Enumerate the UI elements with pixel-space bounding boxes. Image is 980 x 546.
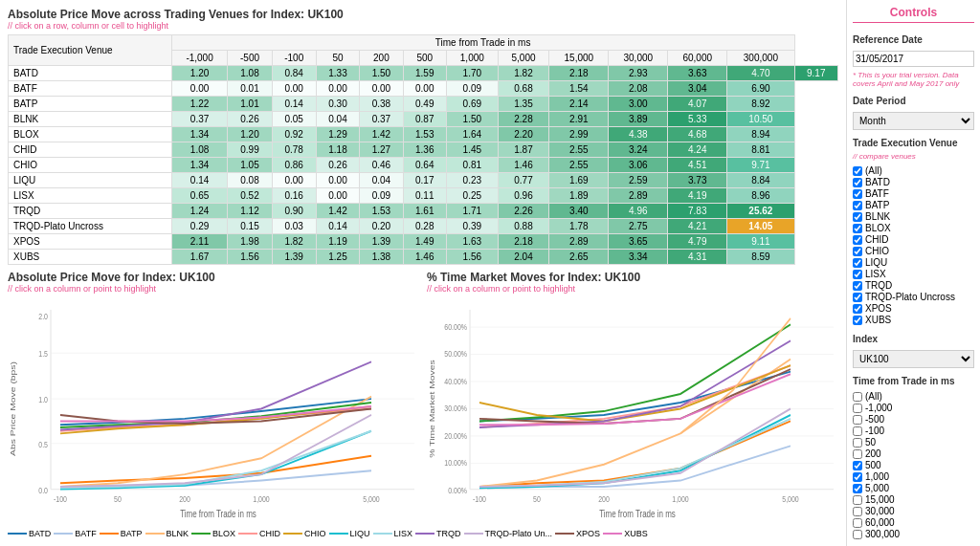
data-cell[interactable]: 7.83 [668,204,727,219]
venue-checkbox-chid[interactable]: CHID [853,234,974,245]
data-cell[interactable]: 1.38 [360,250,403,265]
data-cell[interactable]: 1.54 [549,81,609,97]
data-cell[interactable]: 0.87 [403,112,446,127]
time-checkbox-(All)[interactable]: (All) [853,391,974,402]
time-checkbox--500[interactable]: -500 [853,414,974,425]
data-cell[interactable]: 1.87 [498,142,549,158]
data-cell[interactable]: 0.52 [228,188,272,204]
data-cell[interactable]: 2.20 [498,127,549,142]
time-checkbox-500[interactable]: 500 [853,460,974,470]
data-cell[interactable]: 0.00 [272,173,316,188]
venue-checkbox-batp[interactable]: BATP [853,200,974,210]
data-cell[interactable]: 0.05 [272,112,316,127]
time-checkbox--100[interactable]: -100 [853,426,974,436]
data-cell[interactable]: 1.18 [316,142,359,158]
data-cell[interactable]: 1.27 [360,142,403,158]
data-cell[interactable]: 1.71 [446,204,498,219]
data-cell[interactable]: 1.45 [446,142,498,158]
venue-check[interactable] [853,304,862,314]
data-cell[interactable]: 0.14 [272,97,316,112]
data-cell[interactable]: 0.99 [228,142,272,158]
venue-checkbox-blox[interactable]: BLOX [853,223,974,233]
data-cell[interactable]: 0.86 [272,158,316,173]
data-cell[interactable]: 2.75 [609,219,668,234]
data-cell[interactable]: 1.29 [316,127,359,142]
data-cell[interactable]: 0.64 [403,158,446,173]
col-header-neg100[interactable]: -100 [272,51,316,66]
time-checkbox-200[interactable]: 200 [853,448,974,459]
data-cell[interactable]: 1.63 [446,234,498,250]
data-cell[interactable]: 1.34 [171,158,228,173]
table-row[interactable]: LIQU0.140.080.000.000.040.170.230.771.69… [9,173,838,188]
data-cell[interactable]: 2.99 [549,127,609,142]
data-cell[interactable]: 1.01 [228,97,272,112]
data-cell[interactable]: 1.46 [403,250,446,265]
col-header-1000[interactable]: 1,000 [446,51,498,66]
data-cell[interactable]: 1.56 [228,250,272,265]
col-header-neg500[interactable]: -500 [228,51,272,66]
data-cell[interactable]: 4.31 [668,250,727,265]
time-check[interactable] [853,518,862,528]
data-cell[interactable]: 0.90 [272,204,316,219]
venue-check[interactable] [853,178,862,187]
data-cell[interactable]: 0.04 [316,112,359,127]
data-cell[interactable]: 10.50 [727,112,794,127]
data-cell[interactable]: 8.94 [727,127,794,142]
data-cell[interactable]: 1.50 [360,66,403,81]
data-cell[interactable]: 1.12 [228,204,272,219]
col-header-neg1000[interactable]: -1,000 [171,51,228,66]
data-cell[interactable]: 0.26 [316,158,359,173]
data-cell[interactable]: 14.05 [727,219,794,234]
data-cell[interactable]: 1.49 [403,234,446,250]
ref-date-input[interactable] [853,51,974,67]
venue-check[interactable] [853,281,862,291]
data-cell[interactable]: 0.88 [498,219,549,234]
data-cell[interactable]: 2.89 [609,188,668,204]
venue-checkbox-batd[interactable]: BATD [853,177,974,187]
data-cell[interactable]: 2.59 [609,173,668,188]
data-cell[interactable]: 3.73 [668,173,727,188]
data-cell[interactable]: 3.40 [549,204,609,219]
venue-checkbox-chio[interactable]: CHIO [853,246,974,256]
data-cell[interactable]: 0.11 [403,188,446,204]
data-cell[interactable]: 3.34 [609,250,668,265]
data-cell[interactable]: 4.19 [668,188,727,204]
time-checkbox--1-000[interactable]: -1,000 [853,403,974,413]
data-cell[interactable]: 1.64 [446,127,498,142]
data-cell[interactable]: 0.69 [446,97,498,112]
time-check[interactable] [853,461,862,470]
data-cell[interactable]: 1.89 [549,188,609,204]
data-cell[interactable]: 0.28 [403,219,446,234]
time-check[interactable] [853,404,862,413]
data-cell[interactable]: 4.96 [609,204,668,219]
time-checkbox-30-000[interactable]: 30,000 [853,506,974,516]
time-check[interactable] [853,449,862,459]
time-check[interactable] [853,484,862,493]
time-checkbox-15-000[interactable]: 15,000 [853,494,974,505]
data-cell[interactable]: 2.28 [498,112,549,127]
data-cell[interactable]: 0.38 [360,97,403,112]
data-cell[interactable]: 1.19 [316,234,359,250]
data-cell[interactable]: 0.00 [403,81,446,97]
data-cell[interactable]: 2.11 [171,234,228,250]
data-cell[interactable]: 4.07 [668,97,727,112]
data-cell[interactable]: 3.65 [609,234,668,250]
data-cell[interactable]: 6.90 [727,81,794,97]
data-cell[interactable]: 1.08 [171,142,228,158]
data-cell[interactable]: 1.34 [171,127,228,142]
table-row[interactable]: LISX0.650.520.160.000.090.110.250.961.89… [9,188,838,204]
venue-check[interactable] [853,258,862,268]
data-cell[interactable]: 0.00 [316,173,359,188]
data-cell[interactable]: 8.81 [727,142,794,158]
venue-checkbox-xubs[interactable]: XUBS [853,315,974,325]
data-cell[interactable]: 1.39 [272,250,316,265]
data-cell[interactable]: 0.17 [403,173,446,188]
data-cell[interactable]: 0.26 [228,112,272,127]
data-cell[interactable]: 1.82 [272,234,316,250]
data-cell[interactable]: 4.68 [668,127,727,142]
data-cell[interactable]: 9.11 [727,234,794,250]
data-cell[interactable]: 0.16 [272,188,316,204]
data-cell[interactable]: 1.05 [228,158,272,173]
data-cell[interactable]: 1.42 [360,127,403,142]
data-cell[interactable]: 9.17 [794,66,838,81]
